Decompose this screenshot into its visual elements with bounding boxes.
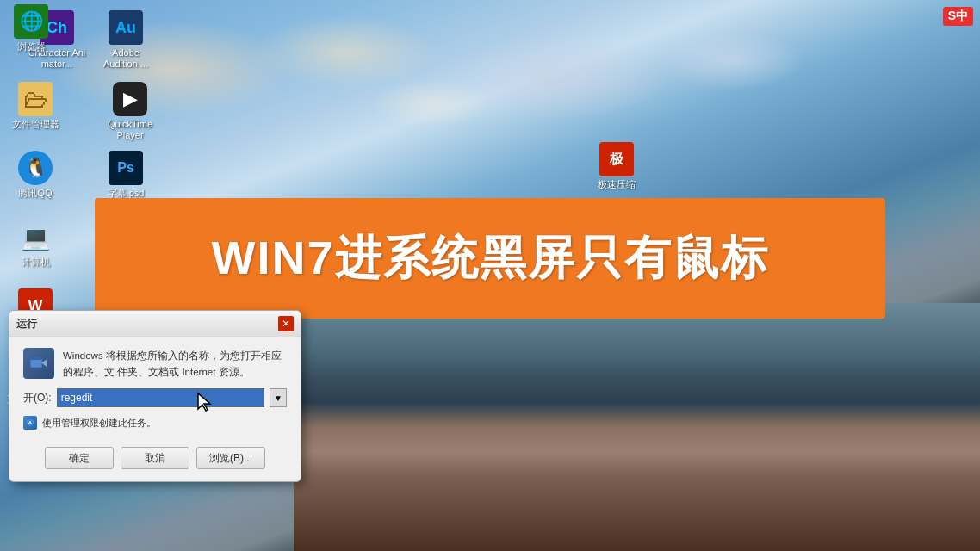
file-manager-icon-img: 🗁 xyxy=(18,82,53,116)
run-dialog-buttons: 确定 取消 浏览(B)... xyxy=(9,440,301,481)
run-dialog-close-button[interactable]: ✕ xyxy=(278,316,294,331)
icon-adobe-audition[interactable]: Au AdobeAudition ... xyxy=(95,10,157,70)
run-dialog-titlebar: 运行 ✕ xyxy=(9,311,301,337)
icon-qq[interactable]: 🐧 腾讯QQ xyxy=(4,151,66,199)
qq-icon-img: 🐧 xyxy=(18,151,53,185)
svg-text:A: A xyxy=(28,420,33,425)
psd-icon-img: Ps xyxy=(109,151,143,185)
icon-computer[interactable]: 💻 计算机 xyxy=(4,220,66,268)
browser-top-icon-img: 🌐 xyxy=(14,4,48,39)
run-dialog-ok-button[interactable]: 确定 xyxy=(45,447,114,469)
orange-banner: WIN7进系统黑屏只有鼠标 xyxy=(95,198,885,319)
computer-icon-img: 💻 xyxy=(18,220,53,254)
icon-psd[interactable]: Ps 字幕.psd xyxy=(95,151,157,199)
run-dialog-cancel-button[interactable]: 取消 xyxy=(121,447,189,469)
banner-text: WIN7进系统黑屏只有鼠标 xyxy=(212,227,769,290)
adobe-audition-icon-img: Au xyxy=(109,10,143,45)
run-dialog-title: 运行 xyxy=(16,317,278,331)
run-dialog-description: Windows 将根据您所输入的名称，为您打开相应的程序、文 件夹、文档或 In… xyxy=(63,348,287,380)
file-manager-label: 文件管理器 xyxy=(12,119,59,130)
icon-file-manager[interactable]: 🗁 文件管理器 xyxy=(4,82,66,130)
extreme-label: 极速压缩 xyxy=(598,179,636,190)
run-dialog-input[interactable] xyxy=(57,388,264,407)
run-dialog-admin-icon: A xyxy=(23,416,37,430)
run-dialog-icon-row: Windows 将根据您所输入的名称，为您打开相应的程序、文 件夹、文档或 In… xyxy=(23,348,287,380)
extreme-icon-img: 极 xyxy=(599,142,634,176)
run-dialog-dropdown[interactable]: ▼ xyxy=(270,388,287,407)
watermark: S中 xyxy=(943,7,973,26)
desktop: S中 Ch Character Animator... Au AdobeAudi… xyxy=(0,0,980,551)
qq-label: 腾讯QQ xyxy=(18,188,52,199)
computer-label: 计算机 xyxy=(22,257,50,268)
browser-top-label: 浏览器 xyxy=(17,41,46,53)
icon-browser-top[interactable]: 🌐 浏览器 xyxy=(0,4,62,53)
run-dialog-browse-button[interactable]: 浏览(B)... xyxy=(196,447,265,469)
run-dialog-input-row: 开(O): ▼ xyxy=(23,388,287,407)
icon-quicktime[interactable]: ▶ QuickTimePlayer xyxy=(99,82,161,141)
run-dialog: 运行 ✕ Windows 将根据您所输入的名称，为您打开相应的程序、文 件夹、文… xyxy=(9,310,301,482)
icon-extreme[interactable]: 极 极速压缩 xyxy=(586,142,648,190)
run-icon-svg xyxy=(29,354,48,373)
quicktime-label: QuickTimePlayer xyxy=(108,119,152,141)
run-dialog-body: Windows 将根据您所输入的名称，为您打开相应的程序、文 件夹、文档或 In… xyxy=(9,337,301,440)
run-dialog-admin-text: 使用管理权限创建此任务。 xyxy=(42,417,156,430)
run-dialog-run-icon xyxy=(23,348,54,379)
quicktime-icon-img: ▶ xyxy=(113,82,147,116)
svg-rect-1 xyxy=(30,357,42,360)
adobe-audition-label: AdobeAudition ... xyxy=(103,47,148,70)
admin-shield-icon: A xyxy=(25,418,35,428)
run-dialog-admin-row: A 使用管理权限创建此任务。 xyxy=(23,416,287,430)
run-dialog-input-label: 开(O): xyxy=(23,391,52,406)
